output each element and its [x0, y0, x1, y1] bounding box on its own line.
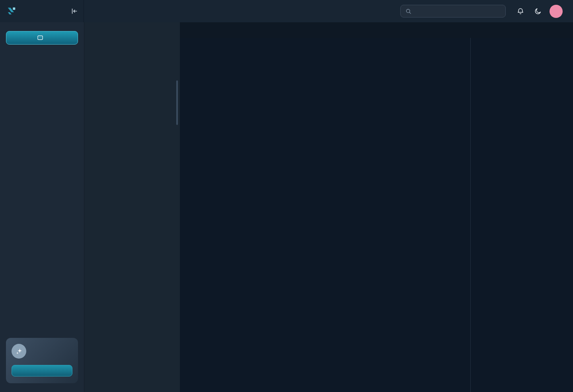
editor-wrap: [180, 38, 573, 392]
dark-mode-moon-icon[interactable]: [534, 8, 542, 15]
code-editor-area[interactable]: [180, 38, 470, 392]
editor-column: [180, 22, 573, 392]
topbar: [0, 0, 573, 22]
topbar-icons: [517, 8, 542, 15]
user-profile[interactable]: [550, 5, 567, 18]
sidebar-collapse-icon[interactable]: [71, 8, 78, 15]
app-logo-icon: [6, 6, 17, 16]
upgrade-button[interactable]: [12, 365, 72, 376]
new-projects-button[interactable]: [6, 31, 78, 45]
tree-scrollbar-thumb[interactable]: [176, 80, 178, 125]
search-icon: [405, 8, 411, 14]
notifications-bell-icon[interactable]: [517, 8, 524, 15]
premium-card: [6, 338, 78, 383]
editor-tabs: [180, 22, 573, 38]
main-area: [0, 22, 573, 392]
avatar[interactable]: [550, 5, 563, 18]
search-input[interactable]: [415, 8, 501, 14]
app-window: [0, 0, 573, 392]
file-tree-panel: [84, 22, 180, 392]
search-box[interactable]: [400, 5, 506, 18]
message-icon: [37, 35, 43, 41]
sparkle-icon: [12, 344, 26, 359]
minimap[interactable]: [470, 38, 573, 392]
brand: [0, 0, 84, 22]
sidebar: [0, 22, 84, 392]
